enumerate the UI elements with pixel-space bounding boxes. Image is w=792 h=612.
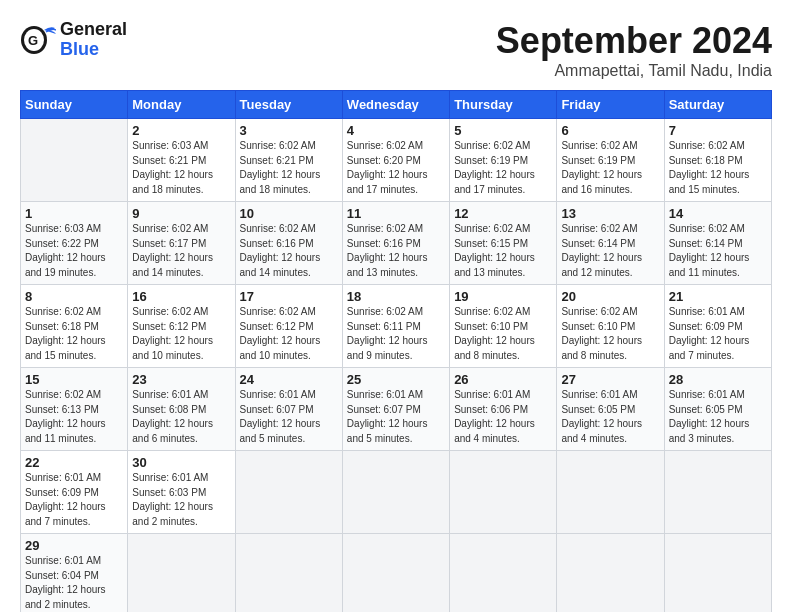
day-info: Sunrise: 6:01 AM Sunset: 6:05 PM Dayligh…: [669, 388, 767, 446]
table-row: 30Sunrise: 6:01 AM Sunset: 6:03 PM Dayli…: [128, 451, 235, 534]
header-tuesday: Tuesday: [235, 91, 342, 119]
day-info: Sunrise: 6:01 AM Sunset: 6:09 PM Dayligh…: [669, 305, 767, 363]
logo-general: General: [60, 19, 127, 39]
table-row: 12Sunrise: 6:02 AM Sunset: 6:15 PM Dayli…: [450, 202, 557, 285]
day-number: 27: [561, 372, 659, 387]
calendar-row: 8Sunrise: 6:02 AM Sunset: 6:18 PM Daylig…: [21, 285, 772, 368]
table-row: 3Sunrise: 6:02 AM Sunset: 6:21 PM Daylig…: [235, 119, 342, 202]
day-number: 24: [240, 372, 338, 387]
day-info: Sunrise: 6:02 AM Sunset: 6:12 PM Dayligh…: [132, 305, 230, 363]
calendar-header-row: Sunday Monday Tuesday Wednesday Thursday…: [21, 91, 772, 119]
day-number: 15: [25, 372, 123, 387]
calendar-row: 22Sunrise: 6:01 AM Sunset: 6:09 PM Dayli…: [21, 451, 772, 534]
table-row: 15Sunrise: 6:02 AM Sunset: 6:13 PM Dayli…: [21, 368, 128, 451]
header-monday: Monday: [128, 91, 235, 119]
calendar-row: 29Sunrise: 6:01 AM Sunset: 6:04 PM Dayli…: [21, 534, 772, 613]
table-row: [21, 119, 128, 202]
day-number: 9: [132, 206, 230, 221]
table-row: 17Sunrise: 6:02 AM Sunset: 6:12 PM Dayli…: [235, 285, 342, 368]
table-row: 26Sunrise: 6:01 AM Sunset: 6:06 PM Dayli…: [450, 368, 557, 451]
table-row: [235, 451, 342, 534]
table-row: [664, 534, 771, 613]
day-number: 10: [240, 206, 338, 221]
table-row: [235, 534, 342, 613]
day-info: Sunrise: 6:02 AM Sunset: 6:10 PM Dayligh…: [561, 305, 659, 363]
day-number: 18: [347, 289, 445, 304]
day-number: 30: [132, 455, 230, 470]
day-number: 6: [561, 123, 659, 138]
page-header: G General Blue September 2024 Ammapettai…: [20, 20, 772, 80]
table-row: [128, 534, 235, 613]
table-row: 18Sunrise: 6:02 AM Sunset: 6:11 PM Dayli…: [342, 285, 449, 368]
table-row: 5Sunrise: 6:02 AM Sunset: 6:19 PM Daylig…: [450, 119, 557, 202]
day-number: 29: [25, 538, 123, 553]
table-row: 25Sunrise: 6:01 AM Sunset: 6:07 PM Dayli…: [342, 368, 449, 451]
day-number: 4: [347, 123, 445, 138]
day-number: 11: [347, 206, 445, 221]
table-row: [342, 534, 449, 613]
header-saturday: Saturday: [664, 91, 771, 119]
table-row: 16Sunrise: 6:02 AM Sunset: 6:12 PM Dayli…: [128, 285, 235, 368]
day-number: 2: [132, 123, 230, 138]
day-info: Sunrise: 6:01 AM Sunset: 6:06 PM Dayligh…: [454, 388, 552, 446]
logo-icon: G: [20, 22, 56, 58]
location-title: Ammapettai, Tamil Nadu, India: [496, 62, 772, 80]
table-row: [557, 451, 664, 534]
day-info: Sunrise: 6:02 AM Sunset: 6:19 PM Dayligh…: [454, 139, 552, 197]
table-row: 11Sunrise: 6:02 AM Sunset: 6:16 PM Dayli…: [342, 202, 449, 285]
day-info: Sunrise: 6:03 AM Sunset: 6:21 PM Dayligh…: [132, 139, 230, 197]
calendar-row: 1Sunrise: 6:03 AM Sunset: 6:22 PM Daylig…: [21, 202, 772, 285]
calendar-table: Sunday Monday Tuesday Wednesday Thursday…: [20, 90, 772, 612]
day-number: 22: [25, 455, 123, 470]
table-row: 4Sunrise: 6:02 AM Sunset: 6:20 PM Daylig…: [342, 119, 449, 202]
table-row: 27Sunrise: 6:01 AM Sunset: 6:05 PM Dayli…: [557, 368, 664, 451]
day-info: Sunrise: 6:01 AM Sunset: 6:04 PM Dayligh…: [25, 554, 123, 612]
header-thursday: Thursday: [450, 91, 557, 119]
day-info: Sunrise: 6:01 AM Sunset: 6:07 PM Dayligh…: [240, 388, 338, 446]
day-info: Sunrise: 6:02 AM Sunset: 6:14 PM Dayligh…: [561, 222, 659, 280]
day-number: 7: [669, 123, 767, 138]
table-row: [450, 534, 557, 613]
day-info: Sunrise: 6:02 AM Sunset: 6:18 PM Dayligh…: [25, 305, 123, 363]
table-row: 22Sunrise: 6:01 AM Sunset: 6:09 PM Dayli…: [21, 451, 128, 534]
day-number: 20: [561, 289, 659, 304]
table-row: 1Sunrise: 6:03 AM Sunset: 6:22 PM Daylig…: [21, 202, 128, 285]
day-number: 16: [132, 289, 230, 304]
day-info: Sunrise: 6:02 AM Sunset: 6:16 PM Dayligh…: [240, 222, 338, 280]
table-row: [664, 451, 771, 534]
day-number: 14: [669, 206, 767, 221]
day-info: Sunrise: 6:02 AM Sunset: 6:10 PM Dayligh…: [454, 305, 552, 363]
logo-blue: Blue: [60, 40, 127, 60]
day-number: 12: [454, 206, 552, 221]
day-number: 17: [240, 289, 338, 304]
calendar-row: 15Sunrise: 6:02 AM Sunset: 6:13 PM Dayli…: [21, 368, 772, 451]
table-row: 6Sunrise: 6:02 AM Sunset: 6:19 PM Daylig…: [557, 119, 664, 202]
day-number: 21: [669, 289, 767, 304]
table-row: 7Sunrise: 6:02 AM Sunset: 6:18 PM Daylig…: [664, 119, 771, 202]
calendar-row: 2Sunrise: 6:03 AM Sunset: 6:21 PM Daylig…: [21, 119, 772, 202]
day-info: Sunrise: 6:02 AM Sunset: 6:18 PM Dayligh…: [669, 139, 767, 197]
logo: G General Blue: [20, 20, 127, 60]
table-row: 10Sunrise: 6:02 AM Sunset: 6:16 PM Dayli…: [235, 202, 342, 285]
table-row: 19Sunrise: 6:02 AM Sunset: 6:10 PM Dayli…: [450, 285, 557, 368]
day-number: 25: [347, 372, 445, 387]
day-info: Sunrise: 6:02 AM Sunset: 6:16 PM Dayligh…: [347, 222, 445, 280]
table-row: 2Sunrise: 6:03 AM Sunset: 6:21 PM Daylig…: [128, 119, 235, 202]
day-number: 5: [454, 123, 552, 138]
day-info: Sunrise: 6:01 AM Sunset: 6:09 PM Dayligh…: [25, 471, 123, 529]
table-row: 29Sunrise: 6:01 AM Sunset: 6:04 PM Dayli…: [21, 534, 128, 613]
day-info: Sunrise: 6:01 AM Sunset: 6:08 PM Dayligh…: [132, 388, 230, 446]
header-friday: Friday: [557, 91, 664, 119]
svg-text:G: G: [28, 33, 38, 48]
table-row: 13Sunrise: 6:02 AM Sunset: 6:14 PM Dayli…: [557, 202, 664, 285]
day-info: Sunrise: 6:01 AM Sunset: 6:07 PM Dayligh…: [347, 388, 445, 446]
table-row: 23Sunrise: 6:01 AM Sunset: 6:08 PM Dayli…: [128, 368, 235, 451]
table-row: 24Sunrise: 6:01 AM Sunset: 6:07 PM Dayli…: [235, 368, 342, 451]
header-wednesday: Wednesday: [342, 91, 449, 119]
day-info: Sunrise: 6:01 AM Sunset: 6:03 PM Dayligh…: [132, 471, 230, 529]
header-sunday: Sunday: [21, 91, 128, 119]
day-number: 19: [454, 289, 552, 304]
day-number: 23: [132, 372, 230, 387]
day-number: 26: [454, 372, 552, 387]
month-title: September 2024: [496, 20, 772, 62]
